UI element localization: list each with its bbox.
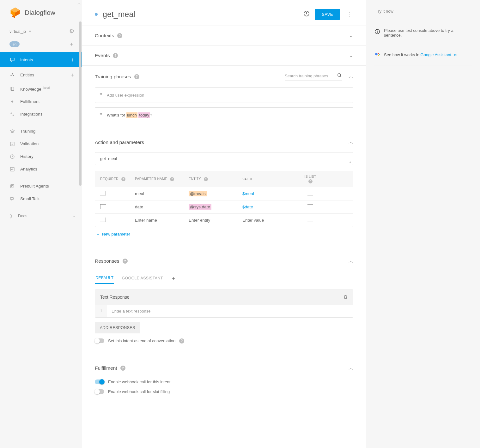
nav-label: Prebuilt Agents	[20, 184, 49, 188]
language-pill[interactable]: en	[9, 41, 20, 47]
table-row[interactable]: meal@meals$meal	[95, 187, 353, 200]
highlight-entity-meal[interactable]: lunch	[126, 112, 137, 118]
nav-prebuilt[interactable]: Prebuilt Agents	[0, 180, 82, 193]
logo-row[interactable]: Dialogflow	[0, 0, 82, 25]
sidebar-scrollbar[interactable]	[79, 21, 82, 242]
add-responses-button[interactable]: ADD RESPONSES	[95, 322, 140, 333]
nav-fulfillment[interactable]: Fulfillment	[0, 95, 82, 108]
entity-chip[interactable]: @meals	[189, 191, 207, 196]
trash-icon[interactable]	[343, 294, 348, 300]
chevron-up-icon[interactable]: ︿	[349, 139, 353, 145]
nav-training[interactable]: Training	[0, 125, 82, 138]
intent-header: get_meal SAVE ⋮	[82, 0, 366, 26]
help-icon[interactable]: ?	[308, 179, 313, 183]
help-icon[interactable]: ?	[134, 74, 139, 79]
sidebar: ︿ Dialogflow virtual_jo ▼ ⚙ en ＋ Intents…	[0, 0, 82, 448]
chevron-up-icon[interactable]: ︿	[349, 258, 353, 264]
training-search[interactable]	[285, 73, 342, 81]
tab-default[interactable]: DEFAULT	[95, 272, 114, 284]
resize-handle-icon[interactable]: ◢	[349, 160, 351, 164]
param-name[interactable]: meal	[135, 191, 189, 196]
toggle-end-conversation[interactable]	[95, 338, 104, 343]
section-contexts[interactable]: Contexts ? ⌄	[95, 26, 353, 45]
chevron-down-icon[interactable]: ⌄	[349, 33, 353, 39]
nav-entities[interactable]: Entities ＋	[0, 67, 82, 82]
entity-chip[interactable]: @sys.date	[189, 204, 211, 210]
svg-point-18	[375, 53, 378, 56]
add-expression-box[interactable]: ❞	[95, 87, 353, 103]
checkbox-icon[interactable]	[307, 218, 313, 222]
param-value-input[interactable]	[242, 218, 296, 223]
ga-text: See how it works in Google Assistant.⧉	[384, 52, 457, 57]
table-row[interactable]: date@sys.date$date	[95, 200, 353, 213]
intent-title[interactable]: get_meal	[103, 10, 135, 19]
help-icon[interactable]: ?	[117, 33, 122, 38]
highlight-entity-date[interactable]: today	[138, 112, 150, 118]
help-icon[interactable]: ?	[204, 177, 208, 181]
add-entity-icon[interactable]: ＋	[70, 71, 76, 79]
warning-icon[interactable]	[303, 10, 310, 18]
help-icon[interactable]: ?	[120, 366, 125, 371]
chart-icon	[9, 167, 15, 172]
add-language-icon[interactable]: ＋	[69, 40, 74, 48]
param-entity-input[interactable]	[189, 218, 242, 223]
add-intent-icon[interactable]: ＋	[70, 56, 76, 63]
try-it-now-input[interactable]: Try it now	[366, 0, 480, 19]
svg-rect-13	[11, 185, 13, 187]
sidebar-collapse-arrow[interactable]: ︿	[77, 1, 81, 6]
action-name-input[interactable]	[100, 156, 348, 161]
nav-label: Docs	[18, 213, 27, 218]
toggle-webhook-slot[interactable]	[95, 389, 104, 394]
search-icon[interactable]	[337, 73, 342, 79]
response-row[interactable]: 1	[95, 305, 353, 317]
search-input[interactable]	[285, 74, 334, 78]
chevron-up-icon[interactable]: ︿	[349, 74, 353, 80]
save-button[interactable]: SAVE	[315, 9, 340, 20]
response-input[interactable]	[107, 305, 353, 317]
chevron-down-icon[interactable]: ⌄	[349, 53, 353, 58]
chevron-up-icon[interactable]: ︿	[349, 365, 353, 371]
ga-link[interactable]: Google Assistant.	[421, 52, 453, 57]
table-row-placeholder[interactable]	[95, 213, 353, 227]
nav-integrations[interactable]: Integrations	[0, 108, 82, 121]
help-icon[interactable]: ?	[170, 177, 174, 181]
brand-name: Dialogflow	[25, 9, 55, 16]
param-name[interactable]: date	[135, 205, 189, 209]
nav-intents[interactable]: Intents ＋	[0, 52, 82, 67]
plus-icon: ＋	[96, 231, 100, 237]
help-icon[interactable]: ?	[123, 259, 128, 264]
nav-analytics[interactable]: Analytics	[0, 163, 82, 176]
col-value: VALUE	[242, 177, 296, 181]
add-expression-input[interactable]	[107, 93, 349, 98]
tab-google-assistant[interactable]: GOOGLE ASSISTANT	[121, 273, 163, 284]
nav-knowledge[interactable]: Knowledge[beta]	[0, 82, 82, 95]
nav-smalltalk[interactable]: Small Talk	[0, 193, 82, 205]
row-number: 1	[95, 305, 107, 317]
required-checkbox[interactable]	[100, 204, 106, 209]
param-value[interactable]: $meal	[242, 191, 254, 196]
agent-selector[interactable]: virtual_jo ▼ ⚙	[0, 25, 82, 38]
kebab-menu-icon[interactable]: ⋮	[345, 11, 353, 18]
nav-docs[interactable]: ❯ Docs ⌄	[0, 210, 82, 222]
toggle-webhook-intent[interactable]	[95, 379, 104, 384]
nav-label: Fulfillment	[20, 99, 40, 104]
help-icon[interactable]: ?	[113, 53, 118, 58]
training-phrase-text[interactable]: What's for lunch today?	[107, 113, 152, 117]
checkbox-icon[interactable]	[100, 218, 106, 222]
help-icon[interactable]: ?	[179, 338, 184, 343]
nav-validation[interactable]: Validation	[0, 138, 82, 150]
islist-checkbox[interactable]	[307, 191, 313, 195]
check-icon	[9, 141, 15, 146]
gear-icon[interactable]: ⚙	[69, 28, 74, 35]
param-value[interactable]: $date	[242, 205, 253, 209]
add-tab-icon[interactable]: ＋	[171, 274, 176, 282]
nav-history[interactable]: History	[0, 150, 82, 163]
islist-checkbox[interactable]	[307, 204, 313, 209]
help-icon[interactable]: ?	[121, 177, 125, 181]
action-name-input-wrap[interactable]: ◢	[95, 152, 353, 165]
required-checkbox[interactable]	[100, 191, 106, 195]
new-parameter-button[interactable]: ＋New parameter	[95, 227, 131, 242]
section-events[interactable]: Events ? ⌄	[95, 46, 353, 65]
param-name-input[interactable]	[135, 218, 189, 223]
training-phrase-row[interactable]: ❞ What's for lunch today?	[95, 107, 353, 122]
